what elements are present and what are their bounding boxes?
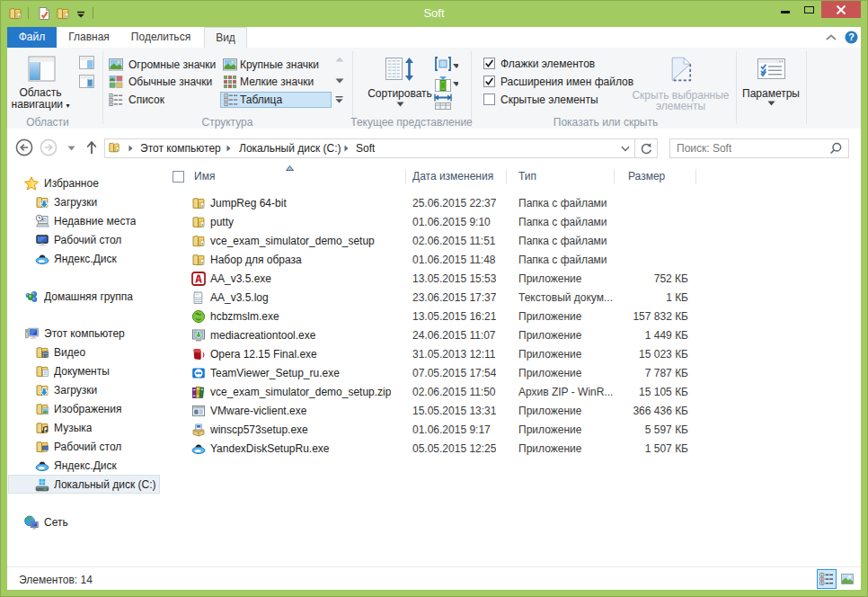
svg-text:?: ? [848, 31, 855, 42]
